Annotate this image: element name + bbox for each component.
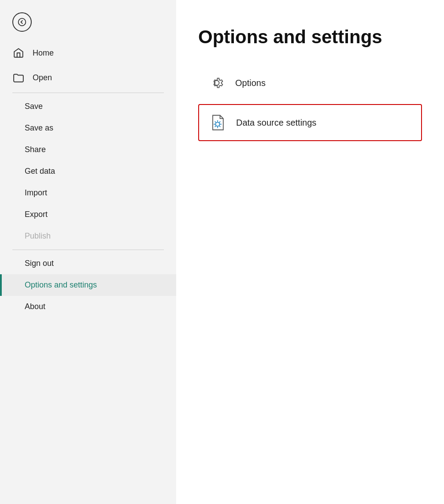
sidebar-item-share[interactable]: Share bbox=[0, 139, 176, 161]
options-and-settings-label: Options and settings bbox=[25, 280, 97, 290]
data-source-settings-label: Data source settings bbox=[236, 118, 316, 128]
sidebar-item-options-and-settings[interactable]: Options and settings bbox=[0, 274, 176, 296]
data-source-settings-item[interactable]: Data source settings bbox=[198, 104, 422, 141]
options-item[interactable]: Options bbox=[198, 65, 422, 101]
save-label: Save bbox=[25, 102, 43, 111]
svg-point-1 bbox=[215, 122, 219, 126]
datasource-icon bbox=[208, 113, 227, 132]
import-label: Import bbox=[25, 188, 47, 198]
divider-top bbox=[12, 93, 164, 93]
publish-label: Publish bbox=[25, 231, 51, 241]
sidebar-item-export[interactable]: Export bbox=[0, 204, 176, 225]
open-label: Open bbox=[33, 73, 52, 82]
sidebar-item-sign-out[interactable]: Sign out bbox=[0, 253, 176, 274]
home-icon bbox=[12, 47, 25, 59]
svg-point-0 bbox=[18, 19, 26, 26]
sidebar-item-get-data[interactable]: Get data bbox=[0, 161, 176, 182]
sidebar: Home Open Save Save as Share Get data Im… bbox=[0, 0, 176, 504]
divider-bottom bbox=[12, 250, 164, 250]
export-label: Export bbox=[25, 210, 48, 219]
get-data-label: Get data bbox=[25, 167, 55, 176]
about-label: About bbox=[25, 302, 45, 311]
sidebar-item-save-as[interactable]: Save as bbox=[0, 117, 176, 139]
sidebar-item-publish[interactable]: Publish bbox=[0, 225, 176, 247]
sidebar-item-save[interactable]: Save bbox=[0, 96, 176, 117]
gear-icon bbox=[207, 73, 226, 93]
home-label: Home bbox=[33, 49, 54, 58]
main-content: Options and settings Options Data source… bbox=[176, 0, 444, 504]
back-circle[interactable] bbox=[12, 12, 32, 32]
back-button[interactable] bbox=[0, 0, 176, 41]
sidebar-item-import[interactable]: Import bbox=[0, 182, 176, 204]
sidebar-item-home[interactable]: Home bbox=[0, 41, 176, 65]
sidebar-item-about[interactable]: About bbox=[0, 296, 176, 317]
save-as-label: Save as bbox=[25, 123, 53, 133]
sidebar-item-open[interactable]: Open bbox=[0, 65, 176, 90]
open-icon bbox=[12, 71, 25, 84]
share-label: Share bbox=[25, 145, 46, 154]
sign-out-label: Sign out bbox=[25, 259, 54, 268]
options-label: Options bbox=[235, 78, 266, 88]
page-title: Options and settings bbox=[198, 26, 422, 48]
